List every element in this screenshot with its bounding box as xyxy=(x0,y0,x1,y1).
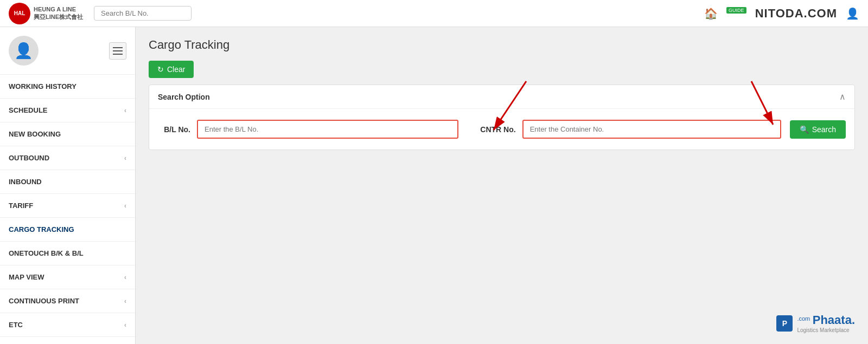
bl-field-group: B/L No. xyxy=(158,120,458,139)
bl-input[interactable] xyxy=(197,120,458,139)
global-search-input[interactable] xyxy=(94,6,192,21)
user-icon[interactable]: 👤 xyxy=(846,7,859,20)
chevron-icon: ‹ xyxy=(124,321,126,329)
bl-label: B/L No. xyxy=(158,125,190,134)
cntr-label: CNTR No. xyxy=(480,125,515,134)
header-right: 🏠 GUIDE NITODA.COM 👤 xyxy=(704,7,859,21)
sidebar-item-outbound[interactable]: OUTBOUND ‹ xyxy=(0,146,135,170)
sidebar-item-map-view[interactable]: MAP VIEW ‹ xyxy=(0,265,135,289)
sidebar-item-inbound[interactable]: INBOUND xyxy=(0,170,135,194)
sidebar-item-schedule[interactable]: SCHEDULE ‹ xyxy=(0,99,135,122)
sidebar-item-tariff[interactable]: TARIFF ‹ xyxy=(0,194,135,218)
chevron-icon: ‹ xyxy=(124,107,126,114)
sidebar: 👤 WORKING HISTORY SCHEDULE ‹ NEW BOOKING… xyxy=(0,27,136,344)
sidebar-item-continuous-print[interactable]: CONTINUOUS PRINT ‹ xyxy=(0,289,135,313)
avatar: 👤 xyxy=(9,36,39,66)
phaata-icon: P xyxy=(776,315,793,332)
phaata-sub-text: Logistics Marketplace xyxy=(797,327,855,333)
chevron-icon: ‹ xyxy=(124,202,126,210)
sidebar-nav: WORKING HISTORY SCHEDULE ‹ NEW BOOKING O… xyxy=(0,75,135,344)
chevron-icon: ‹ xyxy=(124,274,126,281)
sidebar-item-onetouch[interactable]: ONETOUCH B/K & B/L xyxy=(0,242,135,265)
phaata-logo: P .com Phaata. Logistics Marketplace xyxy=(776,313,855,333)
phaata-com-label: .com xyxy=(797,315,810,322)
collapse-button[interactable]: ∧ xyxy=(839,92,846,102)
header: HAL HEUNG A LINE 興亞LINE株式會社 🏠 GUIDE NITO… xyxy=(0,0,868,27)
sidebar-item-working-history[interactable]: WORKING HISTORY xyxy=(0,75,135,99)
sidebar-item-new-booking[interactable]: NEW BOOKING xyxy=(0,122,135,146)
search-option-title: Search Option xyxy=(158,93,210,101)
cntr-input[interactable] xyxy=(522,120,781,139)
sidebar-item-etc[interactable]: ETC ‹ xyxy=(0,313,135,337)
sidebar-item-cargo-tracking[interactable]: CARGO TRACKING xyxy=(0,218,135,242)
chevron-icon: ‹ xyxy=(124,154,126,162)
chevron-icon: ‹ xyxy=(124,297,126,305)
cntr-field-group: CNTR No. xyxy=(480,120,781,139)
page-title: Cargo Tracking xyxy=(149,38,855,52)
refresh-icon: ↻ xyxy=(157,65,164,74)
avatar-section: 👤 xyxy=(0,27,135,75)
search-icon: 🔍 xyxy=(800,125,809,134)
main-content: Cargo Tracking ↻ Clear Search Option ∧ B… xyxy=(136,27,868,344)
logo-area: HAL HEUNG A LINE 興亞LINE株式會社 xyxy=(9,3,83,24)
search-option-panel: Search Option ∧ B/L No. CNTR No. 🔍 Searc… xyxy=(149,85,855,150)
search-option-header: Search Option ∧ xyxy=(149,85,854,109)
guide-badge: GUIDE xyxy=(726,9,746,18)
nitoda-branding: NITODA.COM xyxy=(755,7,837,21)
search-button[interactable]: 🔍 Search xyxy=(790,120,846,139)
phaata-brand-text: Phaata. xyxy=(813,313,855,327)
logo-text: HEUNG A LINE 興亞LINE株式會社 xyxy=(34,6,83,20)
home-icon[interactable]: 🏠 xyxy=(704,7,718,20)
hamburger-menu[interactable] xyxy=(109,42,126,60)
clear-button[interactable]: ↻ Clear xyxy=(149,61,194,78)
layout: 👤 WORKING HISTORY SCHEDULE ‹ NEW BOOKING… xyxy=(0,27,868,344)
search-fields-row: B/L No. CNTR No. 🔍 Search xyxy=(149,109,854,150)
logo-icon: HAL xyxy=(9,3,30,24)
